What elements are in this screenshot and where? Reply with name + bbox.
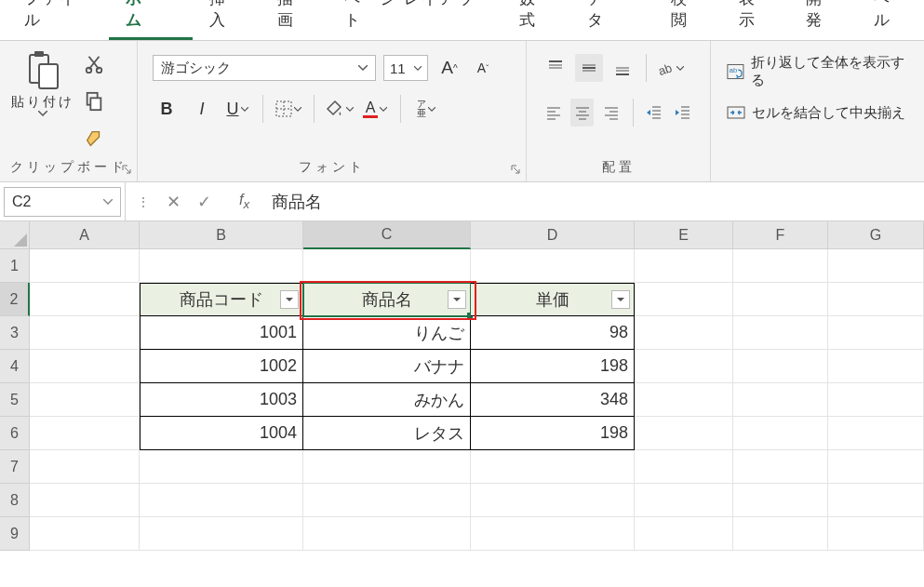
- formula-value[interactable]: 商品名: [266, 191, 328, 213]
- cell-A6[interactable]: [30, 417, 140, 450]
- row-header-2[interactable]: 2: [0, 283, 30, 316]
- fx-label[interactable]: fx: [222, 192, 266, 211]
- select-all-corner[interactable]: [0, 221, 30, 249]
- cell-D3[interactable]: 98: [471, 316, 635, 350]
- phonetic-guide-button[interactable]: ア亜: [412, 95, 440, 123]
- cell-E5[interactable]: [635, 383, 733, 417]
- cell-B4[interactable]: 1002: [140, 350, 303, 383]
- tab-file[interactable]: ファイル: [7, 0, 109, 40]
- format-painter-button[interactable]: [82, 127, 106, 151]
- cell-G9[interactable]: [828, 517, 924, 551]
- cell-C5[interactable]: みかん: [303, 383, 471, 417]
- cell-C8[interactable]: [303, 484, 471, 517]
- cell-E9[interactable]: [635, 517, 733, 551]
- cell-G4[interactable]: [828, 350, 924, 383]
- cell-C7[interactable]: [303, 450, 471, 484]
- cell-F2[interactable]: [733, 283, 828, 316]
- cell-C2[interactable]: 商品名: [303, 283, 471, 316]
- cell-B8[interactable]: [140, 484, 303, 517]
- cell-A1[interactable]: [30, 249, 140, 283]
- cell-D4[interactable]: 198: [471, 350, 635, 383]
- row-header-5[interactable]: 5: [0, 383, 30, 417]
- cell-F7[interactable]: [733, 450, 828, 484]
- cell-B6[interactable]: 1004: [140, 417, 303, 450]
- row-header-3[interactable]: 3: [0, 316, 30, 350]
- align-left-button[interactable]: [542, 99, 565, 127]
- cell-A2[interactable]: [30, 283, 140, 316]
- col-header-G[interactable]: G: [828, 221, 924, 249]
- col-header-F[interactable]: F: [733, 221, 828, 249]
- bold-button[interactable]: B: [153, 95, 181, 123]
- tab-insert[interactable]: 挿入: [193, 0, 260, 40]
- col-header-A[interactable]: A: [30, 221, 140, 249]
- row-header-4[interactable]: 4: [0, 350, 30, 383]
- cell-A5[interactable]: [30, 383, 140, 417]
- underline-button[interactable]: U: [223, 95, 251, 123]
- cell-E4[interactable]: [635, 350, 733, 383]
- align-top-button[interactable]: [542, 54, 569, 82]
- filter-button[interactable]: [611, 290, 630, 309]
- cell-D7[interactable]: [471, 450, 635, 484]
- col-header-E[interactable]: E: [635, 221, 733, 249]
- cell-A7[interactable]: [30, 450, 140, 484]
- wrap-text-button[interactable]: ab 折り返して全体を表示する: [726, 54, 909, 89]
- cell-E6[interactable]: [635, 417, 733, 450]
- align-middle-button[interactable]: [575, 54, 603, 82]
- increase-indent-button[interactable]: [672, 99, 695, 127]
- cell-G2[interactable]: [828, 283, 924, 316]
- cell-C4[interactable]: バナナ: [303, 350, 471, 383]
- cell-F6[interactable]: [733, 417, 828, 450]
- tab-page-layout[interactable]: ページ レイアウト: [328, 0, 502, 40]
- cell-F1[interactable]: [733, 249, 828, 283]
- row-header-6[interactable]: 6: [0, 417, 30, 450]
- cell-F3[interactable]: [733, 316, 828, 350]
- cell-A4[interactable]: [30, 350, 140, 383]
- copy-button[interactable]: [82, 89, 106, 113]
- cell-A9[interactable]: [30, 517, 140, 551]
- cell-G5[interactable]: [828, 383, 924, 417]
- name-box[interactable]: C2: [4, 187, 121, 217]
- col-header-D[interactable]: D: [471, 221, 635, 249]
- cell-G7[interactable]: [828, 450, 924, 484]
- cell-F8[interactable]: [733, 484, 828, 517]
- cell-F9[interactable]: [733, 517, 828, 551]
- cell-C1[interactable]: [303, 249, 471, 283]
- fill-color-button[interactable]: [326, 95, 354, 123]
- clipboard-dialog-launcher[interactable]: [120, 163, 133, 176]
- row-header-8[interactable]: 8: [0, 484, 30, 517]
- cell-D2[interactable]: 単価: [471, 283, 635, 316]
- cell-B5[interactable]: 1003: [140, 383, 303, 417]
- tab-developer[interactable]: 開発: [789, 0, 856, 40]
- cut-button[interactable]: [82, 52, 106, 76]
- tab-home[interactable]: ホーム: [109, 0, 194, 40]
- cell-D9[interactable]: [471, 517, 635, 551]
- cell-D5[interactable]: 348: [471, 383, 635, 417]
- font-size-select[interactable]: 11: [383, 55, 428, 81]
- cell-E1[interactable]: [635, 249, 733, 283]
- font-color-button[interactable]: A: [361, 95, 389, 123]
- font-name-select[interactable]: 游ゴシック: [153, 55, 376, 81]
- cell-F4[interactable]: [733, 350, 828, 383]
- cell-E2[interactable]: [635, 283, 733, 316]
- cell-E7[interactable]: [635, 450, 733, 484]
- orientation-button[interactable]: ab: [656, 54, 684, 82]
- accept-formula-button[interactable]: ✓: [197, 192, 211, 212]
- cell-C3[interactable]: りんご: [303, 316, 471, 350]
- cell-B3[interactable]: 1001: [140, 316, 303, 350]
- cell-F5[interactable]: [733, 383, 828, 417]
- formula-options-icon[interactable]: ⋮: [137, 194, 150, 209]
- tab-draw[interactable]: 描画: [261, 0, 328, 40]
- cell-C9[interactable]: [303, 517, 471, 551]
- cell-E3[interactable]: [635, 316, 733, 350]
- row-header-9[interactable]: 9: [0, 517, 30, 551]
- cell-C6[interactable]: レタス: [303, 417, 471, 450]
- cell-G8[interactable]: [828, 484, 924, 517]
- cell-B9[interactable]: [140, 517, 303, 551]
- align-center-button[interactable]: [570, 99, 594, 127]
- paste-button[interactable]: 貼り付け: [7, 48, 78, 116]
- font-dialog-launcher[interactable]: [509, 163, 522, 176]
- cell-B7[interactable]: [140, 450, 303, 484]
- cell-A3[interactable]: [30, 316, 140, 350]
- cell-D6[interactable]: 198: [471, 417, 635, 450]
- tab-formulas[interactable]: 数式: [502, 0, 569, 40]
